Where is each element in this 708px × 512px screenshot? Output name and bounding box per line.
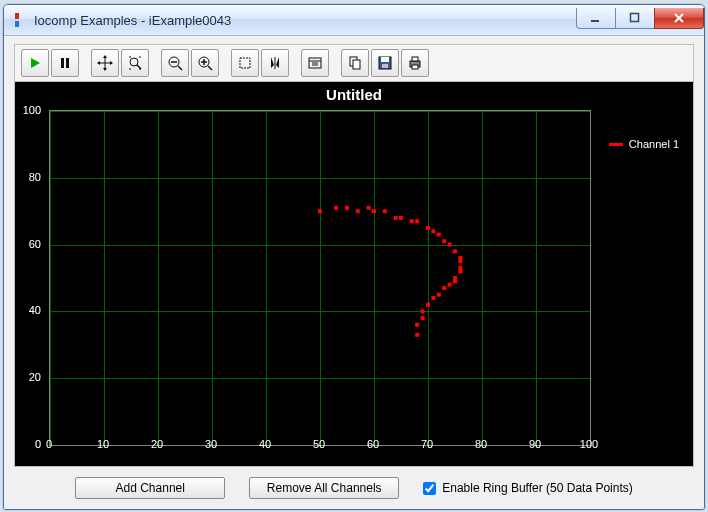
chart-panel[interactable]: Untitled 020406080100 010203040506070809…: [14, 82, 694, 467]
pause-icon: [58, 56, 72, 70]
print-button[interactable]: [401, 49, 429, 77]
print-icon: [407, 55, 423, 71]
properties-icon: [307, 55, 323, 71]
app-icon: [12, 12, 28, 28]
svg-line-27: [208, 66, 212, 70]
svg-marker-6: [31, 58, 40, 68]
cursor-button[interactable]: [261, 49, 289, 77]
svg-rect-40: [382, 64, 388, 68]
play-icon: [28, 56, 42, 70]
window-controls: [577, 8, 704, 28]
pan-button[interactable]: [91, 49, 119, 77]
svg-marker-13: [97, 61, 100, 65]
bottom-controls: Add Channel Remove All Channels Enable R…: [14, 467, 694, 499]
svg-rect-43: [412, 65, 418, 69]
pause-button[interactable]: [51, 49, 79, 77]
svg-line-16: [137, 65, 141, 69]
select-button[interactable]: [231, 49, 259, 77]
ring-buffer-input[interactable]: [423, 482, 436, 495]
svg-rect-1: [15, 21, 19, 27]
svg-rect-8: [66, 58, 69, 68]
play-button[interactable]: [21, 49, 49, 77]
zoom-region-button[interactable]: [121, 49, 149, 77]
zoom-out-button[interactable]: [161, 49, 189, 77]
svg-rect-7: [61, 58, 64, 68]
svg-marker-11: [103, 55, 107, 58]
maximize-icon: [629, 12, 641, 24]
svg-rect-0: [15, 13, 19, 19]
client-area: Untitled 020406080100 010203040506070809…: [4, 36, 704, 509]
zoom-in-button[interactable]: [191, 49, 219, 77]
select-icon: [237, 55, 253, 71]
save-icon: [377, 55, 393, 71]
svg-rect-42: [412, 57, 418, 61]
svg-rect-37: [353, 60, 360, 69]
close-button[interactable]: [654, 8, 704, 29]
add-channel-button[interactable]: Add Channel: [75, 477, 225, 499]
svg-marker-30: [276, 57, 279, 68]
svg-line-23: [178, 66, 182, 70]
pan-icon: [97, 55, 113, 71]
toolbar: [14, 44, 694, 82]
svg-marker-12: [103, 68, 107, 71]
zoom-in-icon: [197, 55, 213, 71]
remove-all-channels-button[interactable]: Remove All Channels: [249, 477, 399, 499]
y-axis-ticks: 020406080100: [15, 106, 45, 446]
properties-button[interactable]: [301, 49, 329, 77]
ring-buffer-label: Enable Ring Buffer (50 Data Points): [442, 481, 633, 495]
svg-rect-39: [381, 57, 389, 62]
legend-label: Channel 1: [629, 138, 679, 150]
ring-buffer-checkbox[interactable]: Enable Ring Buffer (50 Data Points): [423, 481, 633, 495]
legend: Channel 1: [609, 138, 679, 150]
svg-marker-29: [271, 57, 274, 68]
minimize-icon: [590, 12, 602, 24]
copy-button[interactable]: [341, 49, 369, 77]
svg-point-15: [130, 58, 138, 66]
titlebar[interactable]: Iocomp Examples - iExample0043: [4, 5, 704, 36]
zoom-out-icon: [167, 55, 183, 71]
chart-title: Untitled: [15, 82, 693, 103]
svg-rect-3: [631, 14, 639, 22]
save-button[interactable]: [371, 49, 399, 77]
maximize-button[interactable]: [615, 8, 655, 29]
zoom-region-icon: [127, 55, 143, 71]
svg-rect-2: [591, 20, 599, 22]
copy-icon: [347, 55, 363, 71]
cursor-icon: [267, 55, 283, 71]
svg-rect-28: [240, 58, 250, 68]
plot-area[interactable]: [49, 110, 589, 444]
close-icon: [672, 11, 686, 25]
window-title: Iocomp Examples - iExample0043: [34, 13, 577, 28]
svg-marker-14: [110, 61, 113, 65]
minimize-button[interactable]: [576, 8, 616, 29]
app-window: Iocomp Examples - iExample0043: [3, 4, 705, 510]
x-axis-ticks: 0102030405060708090100: [49, 438, 589, 456]
legend-swatch: [609, 143, 623, 146]
